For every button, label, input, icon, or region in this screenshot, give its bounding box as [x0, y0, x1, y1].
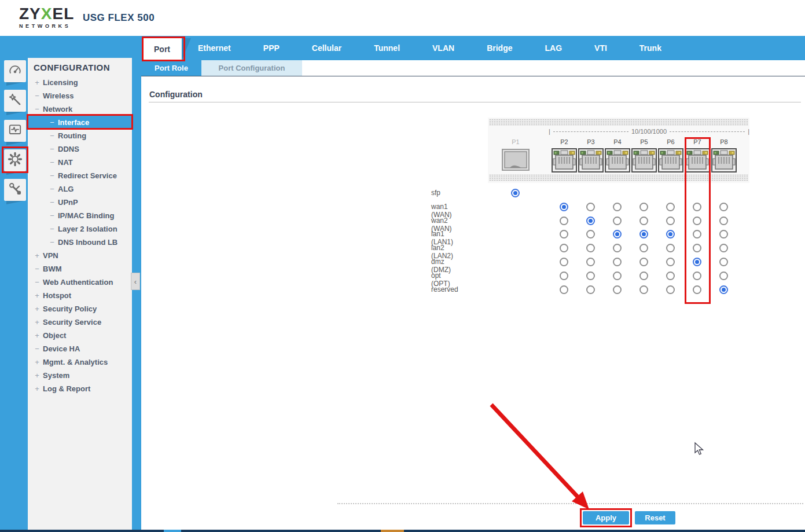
collapse-icon[interactable]: −	[49, 145, 56, 153]
radio-reserved-p2[interactable]	[560, 285, 568, 294]
radio-wan2-p8[interactable]	[719, 217, 728, 225]
collapse-icon[interactable]: −	[34, 344, 41, 353]
tab-ethernet[interactable]: Ethernet	[182, 36, 247, 60]
radio-reserved-p5[interactable]	[639, 285, 648, 294]
sidebar-item-routing[interactable]: −Routing	[28, 129, 132, 142]
radio-lan1-p5[interactable]	[639, 230, 648, 239]
tab-cellular[interactable]: Cellular	[296, 36, 358, 60]
radio-reserved-p7[interactable]	[693, 285, 701, 294]
radio-lan2-p2[interactable]	[560, 244, 568, 252]
radio-dmz-p7[interactable]	[693, 258, 701, 266]
sidebar-item-dns-inbound-lb[interactable]: −DNS Inbound LB	[28, 236, 132, 249]
collapse-icon[interactable]: −	[49, 158, 56, 167]
radio-wan1-p7[interactable]	[693, 203, 701, 211]
radio-reserved-p4[interactable]	[613, 285, 622, 294]
monitoring-rail-button[interactable]	[4, 120, 26, 142]
sidebar-item-licensing[interactable]: +Licensing	[28, 76, 132, 89]
collapse-icon[interactable]: −	[49, 131, 56, 140]
radio-wan2-p2[interactable]	[560, 217, 568, 225]
configuration-rail-button[interactable]	[4, 149, 26, 171]
radio-dmz-p5[interactable]	[639, 258, 648, 266]
expand-icon[interactable]: +	[34, 291, 41, 300]
radio-wan1-p6[interactable]	[666, 203, 675, 211]
sidebar-item-ip-mac-binding[interactable]: −IP/MAC Binding	[28, 209, 132, 222]
subtab-port-configuration[interactable]: Port Configuration	[201, 60, 302, 76]
radio-wan2-p4[interactable]	[613, 217, 622, 225]
tab-bridge[interactable]: Bridge	[470, 36, 528, 60]
radio-dmz-p2[interactable]	[560, 258, 568, 266]
expand-icon[interactable]: +	[34, 358, 41, 366]
maintenance-rail-button[interactable]	[4, 179, 26, 201]
radio-opt-p4[interactable]	[613, 271, 622, 280]
radio-lan2-p3[interactable]	[586, 244, 595, 252]
radio-lan1-p7[interactable]	[693, 230, 701, 239]
radio-lan1-p8[interactable]	[719, 230, 728, 239]
radio-reserved-p3[interactable]	[586, 285, 595, 294]
sidebar-item-redirect-service[interactable]: −Redirect Service	[28, 169, 132, 182]
radio-lan2-p6[interactable]	[666, 244, 675, 252]
sidebar-item-upnp[interactable]: −UPnP	[28, 196, 132, 209]
expand-icon[interactable]: +	[34, 251, 41, 260]
radio-lan1-p3[interactable]	[586, 230, 595, 239]
collapse-icon[interactable]: −	[49, 118, 56, 127]
sidebar-item-log-report[interactable]: +Log & Report	[28, 382, 132, 395]
tab-vlan[interactable]: VLAN	[416, 36, 470, 60]
radio-wan1-p4[interactable]	[613, 203, 622, 211]
collapse-icon[interactable]: −	[49, 198, 56, 207]
sidebar-item-object[interactable]: +Object	[28, 329, 132, 342]
collapse-icon[interactable]: −	[34, 105, 41, 113]
sidebar-item-device-ha[interactable]: −Device HA	[28, 342, 132, 355]
dashboard-rail-button[interactable]	[4, 60, 26, 82]
radio-opt-p3[interactable]	[586, 271, 595, 280]
tab-trunk[interactable]: Trunk	[623, 36, 678, 60]
collapse-icon[interactable]: −	[34, 91, 41, 100]
sidebar-item-system[interactable]: +System	[28, 369, 132, 382]
radio-lan1-p2[interactable]	[560, 230, 568, 239]
subtab-port-role[interactable]: Port Role	[141, 60, 201, 76]
collapse-icon[interactable]: −	[49, 211, 56, 220]
radio-lan1-p6[interactable]	[666, 230, 675, 239]
expand-icon[interactable]: +	[34, 304, 41, 313]
collapse-icon[interactable]: −	[34, 278, 41, 287]
collapse-icon[interactable]: −	[49, 171, 56, 180]
radio-wan2-p5[interactable]	[639, 217, 648, 225]
expand-icon[interactable]: +	[34, 318, 41, 326]
tab-lag[interactable]: LAG	[528, 36, 578, 60]
radio-lan1-p4[interactable]	[613, 230, 622, 239]
collapse-icon[interactable]: −	[34, 265, 41, 273]
radio-opt-p6[interactable]	[666, 271, 675, 280]
radio-dmz-p6[interactable]	[666, 258, 675, 266]
sidebar-item-alg[interactable]: −ALG	[28, 182, 132, 196]
sidebar-item-ddns[interactable]: −DDNS	[28, 142, 132, 156]
sidebar-item-web-authentication[interactable]: −Web Authentication	[28, 276, 132, 289]
radio-opt-p5[interactable]	[639, 271, 648, 280]
wizard-rail-button[interactable]	[4, 90, 26, 112]
expand-icon[interactable]: +	[34, 384, 41, 393]
reset-button[interactable]: Reset	[635, 511, 675, 524]
radio-opt-p2[interactable]	[560, 271, 568, 280]
radio-wan2-p6[interactable]	[666, 217, 675, 225]
sidebar-item-hotspot[interactable]: +Hotspot	[28, 289, 132, 302]
radio-wan1-p2[interactable]	[560, 203, 568, 211]
tab-vti[interactable]: VTI	[578, 36, 623, 60]
sidebar-item-bwm[interactable]: −BWM	[28, 262, 132, 276]
sidebar-item-security-policy[interactable]: +Security Policy	[28, 302, 132, 315]
apply-button[interactable]: Apply	[583, 511, 629, 524]
radio-lan2-p7[interactable]	[693, 244, 701, 252]
collapse-icon[interactable]: −	[49, 225, 56, 233]
collapse-icon[interactable]: −	[49, 238, 56, 247]
radio-sfp-p1[interactable]	[511, 189, 520, 197]
sidebar-item-security-service[interactable]: +Security Service	[28, 315, 132, 329]
sidebar-item-layer-2-isolation[interactable]: −Layer 2 Isolation	[28, 222, 132, 236]
radio-wan2-p7[interactable]	[693, 217, 701, 225]
expand-icon[interactable]: +	[34, 371, 41, 380]
radio-wan1-p5[interactable]	[639, 203, 648, 211]
sidebar-item-vpn[interactable]: +VPN	[28, 249, 132, 262]
radio-reserved-p6[interactable]	[666, 285, 675, 294]
radio-dmz-p8[interactable]	[719, 258, 728, 266]
radio-dmz-p4[interactable]	[613, 258, 622, 266]
tab-ppp[interactable]: PPP	[247, 36, 296, 60]
sidebar-collapse-button[interactable]: ‹	[131, 273, 140, 290]
tab-port[interactable]: Port	[142, 38, 182, 60]
radio-lan2-p8[interactable]	[719, 244, 728, 252]
